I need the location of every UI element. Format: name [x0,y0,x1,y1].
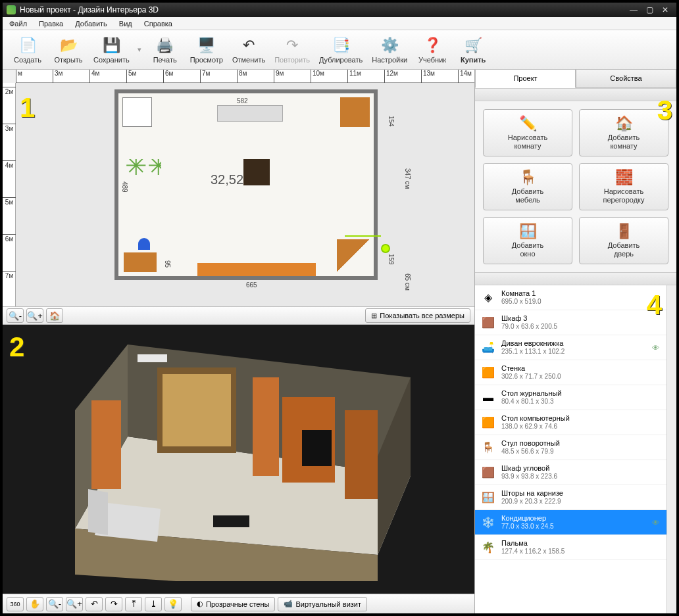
tutorial-button[interactable]: ❓Учебник [414,33,451,67]
menu-add[interactable]: Добавить [72,18,110,29]
object-dimensions: 200.9 x 20.3 x 222.9 [501,498,661,506]
dim-br: 159 [388,254,395,265]
panel-tabs: Проект Свойства [475,70,676,88]
object-item[interactable]: ❄️Кондиционер77.0 x 33.0 x 24.5👁 [475,510,666,535]
open-button[interactable]: 📂Открыть [50,33,87,67]
object-item[interactable]: 🪑Стул поворотный48.5 x 56.6 x 79.9 [475,435,666,460]
plan-canvas[interactable]: 1 582 ✳✳✳ 32,52 [16,83,474,306]
add-room-icon: 🏠 [615,115,633,132]
plan-2d-view[interactable]: м3м4м5м6м7м8м9м10м11м12м13м14м 2м3м4м5м6… [3,70,474,306]
wardrobe-corner[interactable] [340,97,370,127]
redo-button[interactable]: ↷Повторить [272,33,313,67]
object-item[interactable]: ▬Стол журнальный80.4 x 80.1 x 30.3 [475,385,666,410]
preview-button[interactable]: 🖥️Просмотр [188,33,226,67]
add-window-obj-button[interactable]: 🪟Добавитьокно [483,217,572,264]
scrollbar[interactable] [666,285,676,613]
preview-label: Просмотр [190,56,223,64]
maximize-button[interactable]: ▢ [642,5,657,15]
object-item[interactable]: 🟫Шкаф 379.0 x 63.6 x 200.5 [475,310,666,335]
object-name: Кондиционер [501,514,647,523]
pan-button[interactable]: ✋ [26,597,43,611]
zoom-in-button[interactable]: 🔍+ [26,308,43,323]
undo-button[interactable]: ↶Отменить [230,33,268,67]
object-icon: 🟧 [480,415,496,431]
draw-room-button[interactable]: ✏️Нарисоватькомнату [483,109,572,156]
tab-properties[interactable]: Свойства [576,70,676,88]
toolbar-separator: ▾ [136,37,143,63]
menu-help[interactable]: Справка [141,18,175,29]
object-item[interactable]: ◈Комната 1695.0 x 519.0 [475,285,666,310]
room-outline[interactable]: 582 ✳✳✳ 32,52 [114,89,378,280]
redo-label: Повторить [274,56,310,64]
coffee-table[interactable] [243,159,270,185]
duplicate-button[interactable]: 📑Дублировать [316,33,365,67]
zoom-in-3d-button[interactable]: 🔍+ [66,597,83,611]
chair[interactable] [138,238,150,250]
titlebar: Новый проект - Дизайн Интерьера 3D — ▢ ✕ [3,3,676,17]
rotate-360-button[interactable]: 360 [7,597,24,611]
object-item[interactable]: 🟧Стол компьютерный138.0 x 62.9 x 74.6 [475,410,666,435]
object-list[interactable]: ◈Комната 1695.0 x 519.0🟫Шкаф 379.0 x 63.… [475,285,666,613]
svg-rect-7 [253,377,279,476]
svg-rect-9 [302,430,332,466]
transparent-walls-button[interactable]: ◐Прозрачные стены [191,597,275,611]
overlay-4: 4 [647,289,662,321]
app-window: Новый проект - Дизайн Интерьера 3D — ▢ ✕… [0,0,679,616]
object-item[interactable]: 🪟Шторы на карнизе200.9 x 20.3 x 222.9 [475,485,666,510]
object-item[interactable]: 🟧Стенка302.6 x 71.7 x 250.0 [475,360,666,385]
desk[interactable] [124,252,157,272]
rotate-ccw-button[interactable]: ↶ [86,597,103,611]
menu-view[interactable]: Вид [116,18,135,29]
object-item[interactable]: 🛋️Диван еврокнижка235.1 x 113.1 x 102.2👁 [475,335,666,360]
save-button[interactable]: 💾Сохранить [91,33,132,67]
visibility-icon[interactable]: 👁 [652,344,661,352]
object-name: Стол компьютерный [501,414,661,423]
object-icon: ▬ [480,390,496,406]
show-sizes-button[interactable]: ⊞Показывать все размеры [365,308,470,323]
add-room-button[interactable]: 🏠Добавитькомнату [579,109,668,156]
view-3d[interactable]: 2 [3,325,474,594]
zoom-out-button[interactable]: 🔍- [7,308,24,323]
add-furniture-button[interactable]: 🪑Добавитьмебель [483,163,572,210]
overlay-1: 1 [20,92,35,124]
corner-wardrobe[interactable] [337,239,370,272]
buy-button[interactable]: 🛒Купить [455,33,491,67]
menu-file[interactable]: Файл [7,18,30,29]
redo-icon: ↷ [283,36,301,55]
home-button[interactable]: 🏠 [46,308,63,323]
zoom-out-3d-button[interactable]: 🔍- [46,597,63,611]
visibility-icon[interactable]: 👁 [652,519,661,527]
print-label: Печать [153,56,177,64]
wall-unit[interactable] [197,263,316,276]
add-door-button[interactable]: 🚪Добавитьдверь [579,217,668,264]
draw-partition-button[interactable]: 🧱Нарисоватьперегородку [579,163,668,210]
minimize-button[interactable]: — [626,5,641,15]
print-button[interactable]: 🖨️Печать [147,33,184,67]
svg-rect-10 [91,400,121,489]
menu-edit[interactable]: Правка [36,18,66,29]
room-3d-render [42,338,424,581]
create-button[interactable]: 📄Создать [9,33,46,67]
settings-button[interactable]: ⚙️Настройки [369,33,410,67]
tab-project[interactable]: Проект [475,70,576,88]
sofa-top[interactable] [217,105,283,122]
view3d-toolbar: 360 ✋ 🔍- 🔍+ ↶ ↷ ⤒ ⤓ 💡 ◐Прозрачные стены … [3,594,474,613]
rotate-cw-button[interactable]: ↷ [105,597,122,611]
tilt-down-button[interactable]: ⤓ [145,597,162,611]
add-door-icon: 🚪 [615,223,633,240]
tutorial-label: Учебник [418,56,446,64]
door-arc[interactable] [122,97,152,127]
object-name: Диван еврокнижка [501,339,647,348]
object-item[interactable]: 🌴Пальма127.4 x 116.2 x 158.5 [475,535,666,560]
draw-room-icon: ✏️ [518,115,537,132]
selection-handle[interactable] [381,244,390,253]
virtual-visit-button[interactable]: 📹Виртуальный визит [278,597,367,611]
vertical-ruler: 2м3м4м5м6м7м [3,83,16,306]
light-button[interactable]: 💡 [164,597,182,611]
left-column: м3м4м5м6м7м8м9м10м11м12м13м14м 2м3м4м5м6… [3,70,475,613]
svg-rect-15 [138,354,167,362]
palm-plant[interactable]: ✳✳✳ [125,159,161,195]
tilt-up-button[interactable]: ⤒ [125,597,142,611]
close-button[interactable]: ✕ [658,5,672,15]
object-item[interactable]: 🟫Шкаф угловой93.9 x 93.8 x 223.6 [475,460,666,485]
